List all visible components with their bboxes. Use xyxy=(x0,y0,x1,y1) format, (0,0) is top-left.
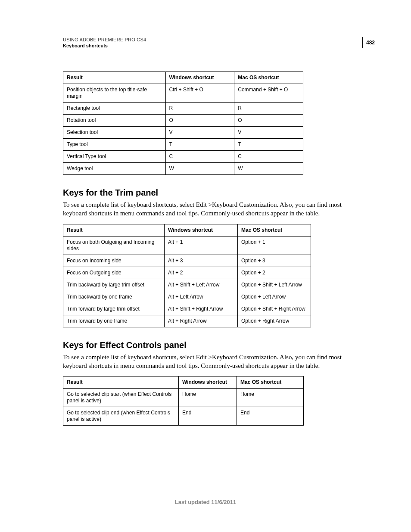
cell-mac: Option + 1 xyxy=(238,236,311,255)
col-header-result: Result xyxy=(63,376,179,389)
cell-result: Focus on Outgoing side xyxy=(63,267,165,279)
cell-mac: Command + Shift + O xyxy=(234,84,303,103)
table-row: Position objects to the top title-safe m… xyxy=(63,84,303,103)
cell-win: V xyxy=(165,127,234,139)
cell-result: Wedge tool xyxy=(63,163,166,175)
cell-win: Alt + 3 xyxy=(165,255,238,267)
cell-mac: Option + 2 xyxy=(238,267,311,279)
table-row: Wedge tool W W xyxy=(63,163,303,175)
cell-win: R xyxy=(165,103,234,115)
table-row: Rotation tool O O xyxy=(63,115,303,127)
col-header-win: Windows shortcut xyxy=(179,376,237,389)
cell-win: T xyxy=(165,139,234,151)
titler-shortcuts-table: Result Windows shortcut Mac OS shortcut … xyxy=(63,72,303,175)
table-row: Focus on both Outgoing and Incoming side… xyxy=(63,236,311,255)
page-number: 482 xyxy=(366,40,375,46)
table-row: Focus on Incoming side Alt + 3 Option + … xyxy=(63,255,311,267)
titler-shortcuts-table-block: Result Windows shortcut Mac OS shortcut … xyxy=(63,72,375,175)
cell-result: Focus on Incoming side xyxy=(63,255,165,267)
section-intro-trim: To see a complete list of keyboard short… xyxy=(63,200,360,218)
cell-win: C xyxy=(165,151,234,163)
table-row: Focus on Outgoing side Alt + 2 Option + … xyxy=(63,267,311,279)
cell-result: Focus on both Outgoing and Incoming side… xyxy=(63,236,165,255)
cell-result: Position objects to the top title-safe m… xyxy=(63,84,166,103)
table-row: Trim backward by large trim offset Alt +… xyxy=(63,279,311,291)
col-header-result: Result xyxy=(63,72,166,84)
cell-win: End xyxy=(179,407,237,426)
cell-result: Selection tool xyxy=(63,127,166,139)
cell-result: Vertical Type tool xyxy=(63,151,166,163)
cell-mac: T xyxy=(234,139,303,151)
cell-win: O xyxy=(165,115,234,127)
table-row: Go to selected clip end (when Effect Con… xyxy=(63,407,304,426)
cell-mac: W xyxy=(234,163,303,175)
section-intro-effect: To see a complete list of keyboard short… xyxy=(63,353,360,370)
cell-mac: Option + Right Arrow xyxy=(238,315,311,327)
cell-win: Alt + Left Arrow xyxy=(165,291,238,303)
col-header-result: Result xyxy=(63,224,165,236)
table-row: Go to selected clip start (when Effect C… xyxy=(63,389,304,407)
cell-result: Trim backward by one frame xyxy=(63,291,165,303)
table-header-row: Result Windows shortcut Mac OS shortcut xyxy=(63,72,303,84)
table-row: Vertical Type tool C C xyxy=(63,151,303,163)
table-row: Type tool T T xyxy=(63,139,303,151)
cell-win: Alt + 2 xyxy=(165,267,238,279)
page-number-rule xyxy=(362,37,363,48)
running-sub: Keyboard shortcuts xyxy=(63,43,375,48)
effect-shortcuts-table-block: Result Windows shortcut Mac OS shortcut … xyxy=(63,376,375,426)
cell-mac: Option + Shift + Right Arrow xyxy=(238,303,311,315)
cell-win: Home xyxy=(179,389,237,407)
cell-result: Rotation tool xyxy=(63,115,166,127)
cell-win: Alt + Shift + Right Arrow xyxy=(165,303,238,315)
cell-win: W xyxy=(165,163,234,175)
cell-win: Alt + Shift + Left Arrow xyxy=(165,279,238,291)
trim-shortcuts-table: Result Windows shortcut Mac OS shortcut … xyxy=(63,224,311,327)
running-head: USING ADOBE PREMIERE PRO CS4 xyxy=(63,37,375,42)
table-row: Trim forward by large trim offset Alt + … xyxy=(63,303,311,315)
cell-win: Alt + 1 xyxy=(165,236,238,255)
table-row: Rectangle tool R R xyxy=(63,103,303,115)
page-number-wrap: 482 xyxy=(362,37,375,48)
table-row: Trim backward by one frame Alt + Left Ar… xyxy=(63,291,311,303)
cell-mac: C xyxy=(234,151,303,163)
section-title-effect: Keys for Effect Controls panel xyxy=(63,340,375,350)
table-header-row: Result Windows shortcut Mac OS shortcut xyxy=(63,224,311,236)
effect-shortcuts-table: Result Windows shortcut Mac OS shortcut … xyxy=(63,376,304,426)
cell-result: Trim forward by one frame xyxy=(63,315,165,327)
page: 482 USING ADOBE PREMIERE PRO CS4 Keyboar… xyxy=(0,0,411,532)
col-header-win: Windows shortcut xyxy=(165,72,234,84)
cell-mac: Option + Left Arrow xyxy=(238,291,311,303)
table-header-row: Result Windows shortcut Mac OS shortcut xyxy=(63,376,304,389)
trim-shortcuts-table-block: Result Windows shortcut Mac OS shortcut … xyxy=(63,224,375,327)
cell-mac: R xyxy=(234,103,303,115)
cell-result: Rectangle tool xyxy=(63,103,166,115)
table-row: Trim forward by one frame Alt + Right Ar… xyxy=(63,315,311,327)
cell-mac: Option + 3 xyxy=(238,255,311,267)
cell-mac: Home xyxy=(237,389,304,407)
footer-last-updated: Last updated 11/6/2011 xyxy=(0,499,411,505)
col-header-mac: Mac OS shortcut xyxy=(234,72,303,84)
cell-result: Go to selected clip start (when Effect C… xyxy=(63,389,179,407)
cell-result: Type tool xyxy=(63,139,166,151)
col-header-mac: Mac OS shortcut xyxy=(238,224,311,236)
cell-result: Go to selected clip end (when Effect Con… xyxy=(63,407,179,426)
cell-mac: O xyxy=(234,115,303,127)
cell-result: Trim forward by large trim offset xyxy=(63,303,165,315)
col-header-win: Windows shortcut xyxy=(165,224,238,236)
cell-mac: V xyxy=(234,127,303,139)
cell-win: Ctrl + Shift + O xyxy=(165,84,234,103)
cell-mac: End xyxy=(237,407,304,426)
cell-win: Alt + Right Arrow xyxy=(165,315,238,327)
col-header-mac: Mac OS shortcut xyxy=(237,376,304,389)
table-row: Selection tool V V xyxy=(63,127,303,139)
cell-result: Trim backward by large trim offset xyxy=(63,279,165,291)
section-title-trim: Keys for the Trim panel xyxy=(63,188,375,198)
cell-mac: Option + Shift + Left Arrow xyxy=(238,279,311,291)
